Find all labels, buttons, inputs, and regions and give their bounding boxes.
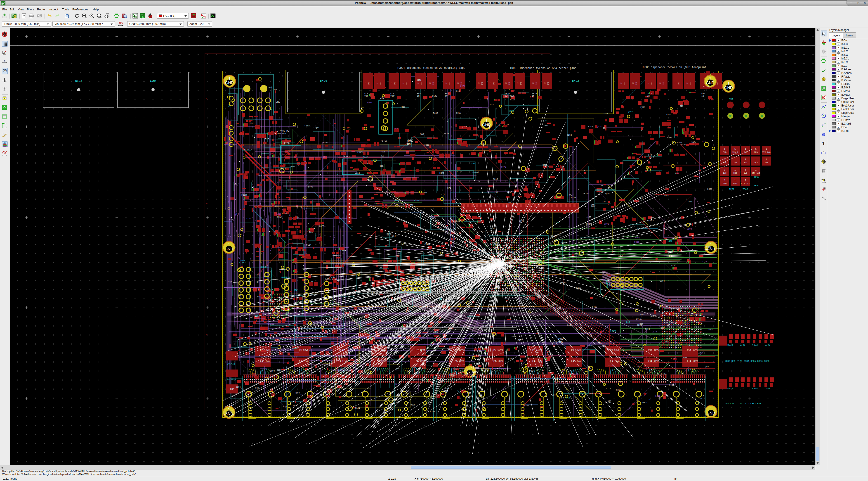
svg-text:2: 2 (702, 83, 704, 84)
svg-text:D431: D431 (643, 401, 647, 404)
svg-text:R424: R424 (244, 149, 249, 151)
svg-text:R11: R11 (481, 318, 485, 320)
svg-text:R216: R216 (616, 389, 621, 391)
svg-text:P1_12V0: P1_12V0 (299, 349, 309, 352)
svg-text:GTX_1V8: GTX_1V8 (762, 151, 771, 154)
svg-text:L437: L437 (370, 280, 375, 282)
svg-text:C395: C395 (493, 178, 498, 180)
svg-text:GND: GND (754, 151, 758, 154)
svg-text:1: 1 (228, 77, 230, 81)
svg-text:IN: IN (417, 95, 420, 97)
svg-text:L315: L315 (326, 235, 331, 238)
svg-text:C283: C283 (393, 127, 398, 130)
svg-text:2: 2 (675, 83, 677, 84)
svg-text:GND: GND (225, 247, 233, 251)
svg-text:U132: U132 (407, 140, 412, 143)
svg-text:D103: D103 (645, 328, 650, 330)
svg-text:TRIG: TRIG (505, 92, 510, 95)
svg-text:U64 C377 C376 C379 C381 R187: U64 C377 C376 C379 C381 R187 (725, 402, 763, 405)
svg-text:Q342: Q342 (569, 194, 574, 197)
svg-text:1: 1 (735, 148, 736, 150)
svg-text:D32: D32 (282, 153, 286, 156)
svg-text:in: in (4, 59, 5, 62)
svg-text:Q334: Q334 (460, 363, 465, 366)
svg-text:C1: C1 (437, 81, 439, 83)
svg-text:JTAG: JTAG (240, 260, 245, 262)
svg-text:2: 2 (532, 83, 534, 84)
svg-text:GND: GND (405, 82, 408, 85)
svg-text:MH5: MH5 (729, 98, 733, 100)
svg-text:1: 1 (755, 158, 756, 161)
svg-text:2: 2 (445, 83, 447, 84)
svg-text:C276: C276 (666, 301, 671, 304)
svg-text:GND: GND (460, 82, 462, 85)
svg-text:GTX_1V0: GTX_1V0 (752, 172, 760, 174)
svg-text:J182: J182 (293, 348, 299, 350)
svg-text:C40: C40 (228, 281, 232, 283)
svg-text:OUT: OUT (445, 95, 449, 97)
svg-text:N: N (823, 150, 825, 152)
svg-text:U417: U417 (269, 87, 274, 89)
svg-text:FB224: FB224 (268, 323, 274, 326)
svg-text:U287: U287 (634, 241, 639, 243)
svg-text:3V3: 3V3 (744, 162, 747, 164)
svg-text:C295: C295 (602, 201, 607, 203)
svg-text:FB70: FB70 (640, 106, 645, 109)
svg-text:R335: R335 (430, 411, 435, 413)
svg-text:R10: R10 (648, 154, 652, 156)
svg-text:1: 1 (231, 355, 233, 357)
svg-text:P6_12V0: P6_12V0 (493, 360, 503, 363)
svg-text:1: 1 (228, 243, 230, 247)
svg-text:C360: C360 (519, 220, 524, 222)
svg-text:J427: J427 (400, 106, 405, 108)
svg-text:R311: R311 (240, 209, 245, 211)
svg-text:GND: GND (368, 82, 370, 85)
svg-text:P1_12V0: P1_12V0 (299, 360, 309, 363)
svg-text:1: 1 (727, 82, 730, 86)
svg-text:Q391: Q391 (604, 223, 609, 225)
svg-text:R440: R440 (456, 220, 461, 222)
svg-text:θ: θ (4, 53, 5, 55)
svg-text:L102: L102 (664, 340, 669, 343)
svg-text:1: 1 (485, 119, 487, 123)
svg-text:GND: GND (508, 82, 510, 85)
svg-text:1: 1 (745, 148, 746, 150)
svg-text:GND: GND (535, 82, 537, 85)
svg-text:2V0: 2V0 (733, 162, 737, 164)
svg-text:D210: D210 (457, 171, 462, 173)
svg-text:FAN2: FAN2 (75, 80, 82, 83)
svg-text:P6_12V0: P6_12V0 (493, 349, 503, 352)
svg-text:U124: U124 (306, 244, 311, 246)
svg-text:U399: U399 (620, 290, 625, 292)
svg-text:GND: GND (379, 82, 381, 85)
svg-text:2: 2 (391, 83, 393, 84)
svg-text:C333: C333 (765, 344, 770, 346)
svg-text:OUT: OUT (505, 95, 508, 97)
svg-text:JTAG: JTAG (609, 283, 611, 288)
svg-text:1: 1 (724, 179, 725, 182)
svg-text:D337: D337 (545, 125, 550, 127)
svg-text:C229: C229 (333, 174, 338, 176)
svg-text:J71: J71 (441, 193, 445, 196)
svg-text:R348: R348 (567, 324, 572, 327)
svg-text:2: 2 (478, 83, 480, 84)
svg-text:Q37: Q37 (315, 127, 319, 129)
svg-text:2: 2 (429, 83, 431, 84)
svg-text:mm: mm (3, 69, 7, 71)
svg-text:GND: GND (230, 388, 234, 391)
svg-text:R405: R405 (281, 167, 286, 170)
svg-text:CLK: CLK (310, 281, 314, 283)
svg-text:1: 1 (766, 158, 767, 161)
svg-text:D409: D409 (661, 373, 666, 375)
svg-text:Q262: Q262 (363, 156, 368, 158)
svg-text:R220: R220 (647, 371, 652, 374)
svg-text:J339: J339 (702, 261, 707, 263)
svg-text:1V8: 1V8 (744, 172, 747, 174)
svg-text:R120: R120 (490, 228, 495, 230)
svg-text:2: 2 (517, 83, 519, 84)
svg-text:TODO: impedance tweaks on SMA: TODO: impedance tweaks on SMA center pin… (510, 67, 577, 70)
svg-text:C29: C29 (680, 105, 683, 108)
svg-text:L34: L34 (380, 266, 383, 268)
svg-text:GND: GND (723, 182, 726, 185)
svg-text:60V MAX: 60V MAX (277, 132, 286, 135)
